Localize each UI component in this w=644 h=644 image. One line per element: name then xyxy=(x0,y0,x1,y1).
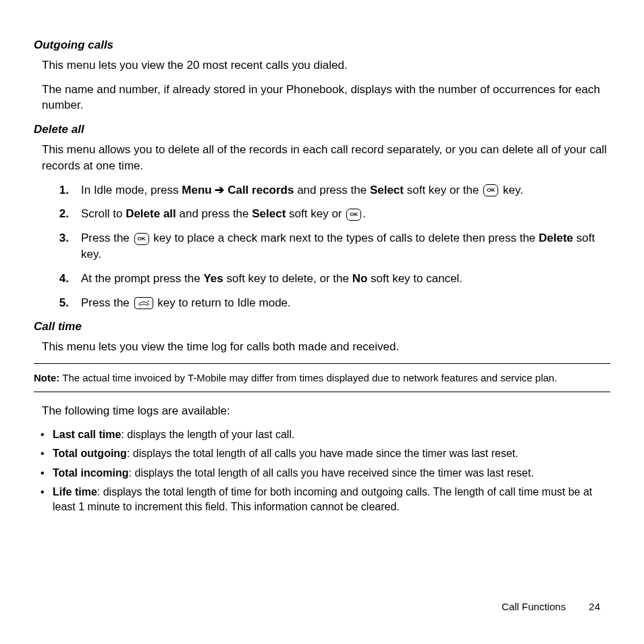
list-item: •Life time: displays the total length of… xyxy=(41,485,610,515)
outgoing-desc-1: This menu lets you view the 20 most rece… xyxy=(42,57,610,74)
delete-all-steps: 1. In Idle mode, press Menu ➔ Call recor… xyxy=(34,182,610,311)
step-number: 5. xyxy=(54,295,69,311)
step-text: Press the OK key to place a check mark n… xyxy=(81,230,610,263)
call-time-desc: This menu lets you view the time log for… xyxy=(42,339,610,355)
time-logs-intro: The following time logs are available: xyxy=(42,403,610,419)
footer-page-number: 24 xyxy=(589,601,600,612)
heading-call-time: Call time xyxy=(34,319,610,335)
step-number: 2. xyxy=(54,206,69,222)
heading-delete-all: Delete all xyxy=(34,122,610,138)
footer-section: Call Functions xyxy=(502,601,566,612)
step-text: Press the key to return to Idle mode. xyxy=(81,295,610,311)
step-2: 2. Scroll to Delete all and press the Se… xyxy=(34,206,610,222)
step-3: 3. Press the OK key to place a check mar… xyxy=(34,230,610,263)
list-item: •Last call time: displays the length of … xyxy=(41,427,610,442)
step-text: Scroll to Delete all and press the Selec… xyxy=(81,206,610,222)
delete-all-desc: This menu allows you to delete all of th… xyxy=(42,142,610,174)
svg-point-0 xyxy=(147,301,149,302)
end-call-key-icon xyxy=(134,297,153,309)
ok-key-icon: OK xyxy=(346,209,361,221)
step-4: 4. At the prompt press the Yes soft key … xyxy=(34,271,610,287)
note-text: The actual time invoiced by T-Mobile may… xyxy=(59,372,557,383)
step-number: 4. xyxy=(54,271,69,287)
list-item: •Total outgoing: displays the total leng… xyxy=(41,446,610,461)
ok-key-icon: OK xyxy=(134,233,149,245)
step-number: 1. xyxy=(54,182,69,198)
outgoing-desc-2: The name and number, if already stored i… xyxy=(42,82,610,114)
note-label: Note: xyxy=(34,372,59,383)
step-number: 3. xyxy=(54,230,69,263)
step-text: At the prompt press the Yes soft key to … xyxy=(81,271,610,287)
step-text: In Idle mode, press Menu ➔ Call records … xyxy=(81,182,610,198)
time-logs-list: •Last call time: displays the length of … xyxy=(41,427,610,515)
step-5: 5. Press the key to return to Idle mode. xyxy=(34,295,610,311)
ok-key-icon: OK xyxy=(483,184,498,196)
page-footer: Call Functions 24 xyxy=(502,599,600,614)
heading-outgoing-calls: Outgoing calls xyxy=(34,37,610,53)
note-box: Note: The actual time invoiced by T-Mobi… xyxy=(34,363,610,392)
step-1: 1. In Idle mode, press Menu ➔ Call recor… xyxy=(34,182,610,198)
list-item: •Total incoming: displays the total leng… xyxy=(41,466,610,481)
